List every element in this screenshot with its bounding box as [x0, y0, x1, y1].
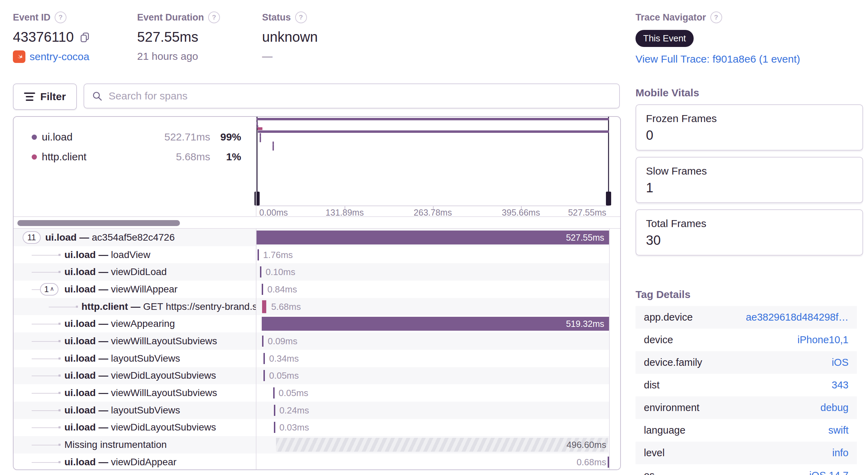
legend-item[interactable]: http.client 5.68ms 1%: [14, 149, 256, 164]
span-duration-cell[interactable]: 0.84ms: [256, 281, 609, 298]
span-duration-bar[interactable]: [263, 370, 265, 381]
help-icon[interactable]: ?: [295, 11, 307, 23]
span-duration-cell[interactable]: 0.05ms: [256, 384, 609, 402]
span-children-badge[interactable]: 11: [23, 231, 41, 244]
legend-item[interactable]: ui.load 522.71ms 99%: [14, 129, 256, 145]
span-name-cell[interactable]: Missing instrumentation: [14, 436, 256, 453]
vital-card[interactable]: Total Frames 30: [636, 209, 863, 256]
span-tree-row[interactable]: http.client — GET https://sentry-brand.s…: [14, 298, 620, 315]
span-name-cell[interactable]: ui.load — viewAppearing: [14, 315, 256, 332]
tag-value-link[interactable]: iPhone10,1: [797, 334, 849, 346]
horizontal-scrollbar[interactable]: [14, 216, 620, 229]
span-duration-cell[interactable]: 0.03ms: [256, 419, 609, 436]
span-duration-cell[interactable]: 1.76ms: [256, 246, 609, 264]
span-duration-bar[interactable]: [258, 249, 259, 260]
span-tree-row[interactable]: ui.load — viewDidAppear 0.68ms: [14, 453, 620, 470]
span-duration-bar[interactable]: [276, 438, 608, 452]
tree-connector: [32, 410, 58, 411]
minimap-span-tick: [273, 147, 274, 151]
tag-value-link[interactable]: ae3829618d484298f…: [746, 312, 849, 323]
span-tree-row[interactable]: ui.load — layoutSubViews 0.24ms: [14, 402, 620, 419]
span-name-cell[interactable]: ui.load — viewDidLoad: [14, 263, 256, 281]
span-duration-cell[interactable]: 0.09ms: [256, 332, 609, 350]
span-duration-cell[interactable]: 5.68ms: [256, 298, 609, 315]
span-search-bar[interactable]: [84, 83, 620, 108]
span-duration-cell[interactable]: 519.32ms: [256, 315, 609, 332]
span-duration-cell[interactable]: 0.05ms: [256, 367, 609, 385]
op-duration: 522.71ms: [164, 131, 210, 143]
span-duration-bar[interactable]: [260, 266, 261, 277]
minimap-right-handle[interactable]: [608, 117, 609, 204]
help-icon[interactable]: ?: [208, 11, 220, 23]
vital-label: Frozen Frames: [646, 113, 853, 124]
project-link[interactable]: sentry-cocoa: [30, 51, 89, 63]
span-tree-row[interactable]: 1 ∧ ui.load — viewWillAppear 0.84ms: [14, 281, 620, 298]
tag-value-link[interactable]: swift: [828, 425, 849, 436]
span-duration-bar[interactable]: [262, 300, 266, 313]
minimap-left-grip[interactable]: [254, 192, 260, 206]
span-name-cell[interactable]: ui.load — viewDidLayoutSubviews: [14, 419, 256, 436]
vital-card[interactable]: Slow Frames 1: [636, 157, 863, 203]
span-tree-row[interactable]: ui.load — viewDidLayoutSubviews 0.05ms: [14, 367, 620, 385]
tag-value-link[interactable]: iOS: [832, 357, 849, 368]
help-icon[interactable]: ?: [55, 11, 66, 23]
filter-button[interactable]: Filter: [13, 83, 77, 110]
span-name-cell[interactable]: ui.load — viewWillLayoutSubviews: [14, 332, 256, 350]
span-duration-cell[interactable]: 527.55ms: [256, 229, 609, 246]
span-name-cell[interactable]: http.client — GET https://sentry-brand.s…: [14, 298, 256, 315]
span-duration-bar[interactable]: [263, 353, 265, 364]
span-duration-bar[interactable]: [257, 231, 609, 244]
span-duration-bar[interactable]: [262, 336, 263, 347]
span-duration-label: 0.68ms: [577, 457, 606, 467]
span-duration-bar[interactable]: [262, 317, 609, 331]
span-duration-bar[interactable]: [273, 387, 275, 398]
span-name-cell[interactable]: ui.load — loadView: [14, 246, 256, 264]
span-duration-label: 0.05ms: [269, 370, 299, 381]
span-duration-bar[interactable]: [262, 284, 263, 295]
span-tree-row[interactable]: ui.load — viewWillLayoutSubviews 0.05ms: [14, 384, 620, 402]
span-duration-bar[interactable]: [274, 405, 275, 416]
scrollbar-thumb[interactable]: [17, 220, 180, 226]
span-duration-label: 0.05ms: [279, 388, 308, 398]
span-name: viewWillAppear: [111, 284, 177, 295]
span-tree-row[interactable]: ui.load — viewDidLoad 0.10ms: [14, 263, 620, 281]
tree-connector-dot: [58, 323, 61, 325]
tag-value-link[interactable]: 343: [832, 379, 849, 391]
row-gutter: [609, 332, 620, 350]
span-tree-row[interactable]: ui.load — viewWillLayoutSubviews 0.09ms: [14, 332, 620, 350]
span-tree-row[interactable]: Missing instrumentation 496.60ms: [14, 436, 620, 453]
span-name-cell[interactable]: ui.load — viewWillLayoutSubviews: [14, 384, 256, 402]
span-tree-row[interactable]: ui.load — viewDidLayoutSubviews 0.03ms: [14, 419, 620, 436]
trace-minimap[interactable]: [257, 117, 609, 206]
span-duration-cell[interactable]: 0.10ms: [256, 263, 609, 281]
search-input[interactable]: [108, 90, 611, 102]
vital-card[interactable]: Frozen Frames 0: [636, 104, 863, 151]
span-children-badge[interactable]: 1 ∧: [40, 283, 58, 296]
tag-value-link[interactable]: info: [832, 447, 849, 459]
span-tree-row[interactable]: ui.load — loadView 1.76ms: [14, 246, 620, 264]
help-icon[interactable]: ?: [710, 11, 722, 23]
span-duration-cell[interactable]: 0.24ms: [256, 402, 609, 419]
span-duration-cell[interactable]: 0.68ms: [256, 453, 609, 470]
span-name-cell[interactable]: ui.load — viewDidAppear: [14, 453, 256, 470]
minimap-right-grip[interactable]: [606, 192, 611, 206]
tag-value-link[interactable]: iOS 14.7: [809, 470, 849, 475]
tag-value-link[interactable]: debug: [820, 402, 849, 413]
span-name-cell[interactable]: 11 ui.load — ac354af5e82c4726: [14, 229, 256, 246]
copy-icon[interactable]: [79, 32, 90, 43]
span-tree-row[interactable]: ui.load — viewAppearing 519.32ms: [14, 315, 620, 332]
span-name-cell[interactable]: ui.load — layoutSubViews: [14, 350, 256, 367]
span-name-cell[interactable]: 1 ∧ ui.load — viewWillAppear: [14, 281, 256, 298]
span-tree-row[interactable]: 11 ui.load — ac354af5e82c4726 527.55ms: [14, 229, 620, 246]
row-gutter: [609, 350, 620, 367]
tree-connector-dot: [58, 375, 61, 377]
span-name-cell[interactable]: ui.load — layoutSubViews: [14, 402, 256, 419]
view-full-trace-link[interactable]: View Full Trace: f901a8e6 (1 event): [636, 53, 800, 65]
span-duration-bar[interactable]: [608, 457, 609, 468]
span-duration-bar[interactable]: [274, 422, 275, 433]
span-duration-cell[interactable]: 496.60ms: [256, 436, 609, 453]
tag-row: device.family iOS: [636, 351, 857, 374]
span-name-cell[interactable]: ui.load — viewDidLayoutSubviews: [14, 367, 256, 385]
span-duration-cell[interactable]: 0.34ms: [256, 350, 609, 367]
span-tree-row[interactable]: ui.load — layoutSubViews 0.34ms: [14, 350, 620, 367]
